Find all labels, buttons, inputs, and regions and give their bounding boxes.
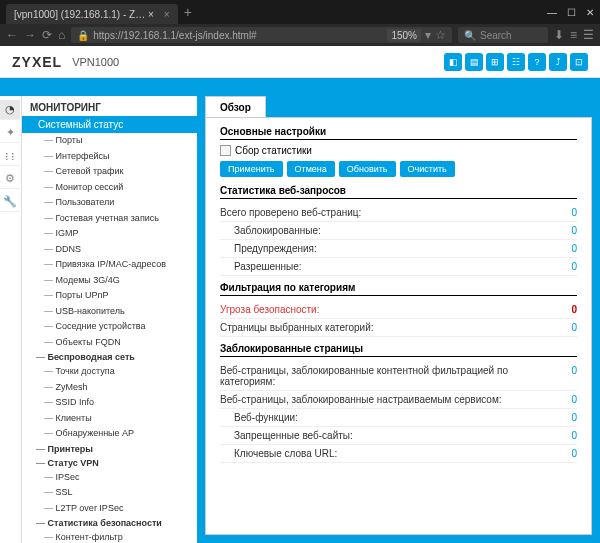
sidebar-item-11[interactable]: USB-накопитель [22,304,197,320]
header-icon-6[interactable]: ⤴ [549,53,567,71]
sidebar-item-6[interactable]: IGMP [22,226,197,242]
sidebar-item-3[interactable]: Монитор сессий [22,180,197,196]
search-input[interactable]: 🔍 Search [458,27,548,43]
stat-label: Разрешенные: [220,261,565,272]
sidebar-item-12[interactable]: Соседние устройства [22,319,197,335]
header-icon-4[interactable]: ☷ [507,53,525,71]
stat-label: Веб-страницы, заблокированные настраивае… [220,394,565,405]
sidebar-group-wireless[interactable]: Беспроводная сеть [22,350,197,364]
stat-row: Веб-страницы, заблокированные контентной… [220,362,577,391]
url-text: https://192.168.1.1/ext-js/index.html# [93,30,256,41]
header-icons: ◧ ▤ ⊞ ☷ ? ⤴ ⊡ [444,53,588,71]
lock-icon: 🔒 [77,30,89,41]
button-отмена[interactable]: Отмена [287,161,335,177]
stat-value: 0 [565,304,577,315]
sidebar-wireless-0[interactable]: Точки доступа [22,364,197,380]
stat-label: Заблокированные: [220,225,565,236]
sidebar-wireless-3[interactable]: Клиенты [22,411,197,427]
header-icon-1[interactable]: ◧ [444,53,462,71]
tool-icon[interactable]: 🔧 [0,192,20,212]
home-icon[interactable]: ⌂ [58,28,65,42]
reload-icon[interactable]: ⟳ [42,28,52,42]
sidebar-item-0[interactable]: Порты [22,133,197,149]
minimize-icon[interactable]: — [547,7,557,18]
menu-icon[interactable]: ☰ [583,28,594,42]
dropdown-icon[interactable]: ▾ [425,28,431,42]
sidebar-group-vpn[interactable]: Статус VPN [22,456,197,470]
stat-row: Веб-функции:0 [220,409,577,427]
stat-label: Угроза безопасности: [220,304,565,315]
header-icon-5[interactable]: ? [528,53,546,71]
stat-value: 0 [565,394,577,405]
gear-icon[interactable]: ⚙ [0,169,20,189]
section-filter-title: Фильтрация по категориям [220,282,577,296]
sidebar-item-13[interactable]: Объекты FQDN [22,335,197,351]
stat-value: 0 [565,365,577,387]
sidebar-group-sec[interactable]: Статистика безопасности [22,516,197,530]
button-применить[interactable]: Применить [220,161,283,177]
stat-row: Ключевые слова URL:0 [220,445,577,463]
stat-label: Страницы выбранных категорий: [220,322,565,333]
dashboard-icon[interactable]: ◔ [0,100,20,120]
sidebar-vpn-2[interactable]: L2TP over IPSec [22,501,197,517]
header-icon-2[interactable]: ▤ [465,53,483,71]
stat-row: Угроза безопасности:0 [220,301,577,319]
sidebar-item-1[interactable]: Интерфейсы [22,149,197,165]
sidebar-vpn-1[interactable]: SSL [22,485,197,501]
app-header: ZYXEL VPN1000 ◧ ▤ ⊞ ☷ ? ⤴ ⊡ [0,46,600,78]
stat-value: 0 [565,448,577,459]
section-webstats-title: Статистика веб-запросов [220,185,577,199]
sidebar-sec-0[interactable]: Контент-фильтр [22,530,197,543]
sidebar-selected[interactable]: Системный статус [22,116,197,133]
sidebar-wireless-2[interactable]: SSID Info [22,395,197,411]
header-icon-3[interactable]: ⊞ [486,53,504,71]
sidebar-item-9[interactable]: Модемы 3G/4G [22,273,197,289]
stat-row: Веб-страницы, заблокированные настраивае… [220,391,577,409]
star-icon[interactable]: ☆ [435,28,446,42]
sidebar-group-printers[interactable]: Принтеры [22,442,197,456]
close-tab-icon[interactable]: × [164,9,170,20]
maximize-icon[interactable]: ☐ [567,7,576,18]
sidebar-item-7[interactable]: DDNS [22,242,197,258]
header-icon-7[interactable]: ⊡ [570,53,588,71]
button-очистить[interactable]: Очистить [400,161,455,177]
checkbox-row: Сбор статистики [220,145,577,156]
stat-label: Предупреждения: [220,243,565,254]
browser-tab[interactable]: [vpn1000] (192.168.1.1) - Z… × × [6,4,178,24]
button-обновить[interactable]: Обновить [339,161,396,177]
stat-row: Страницы выбранных категорий:0 [220,319,577,337]
stat-row: Разрешенные:0 [220,258,577,276]
sidebar-wireless-1[interactable]: ZyMesh [22,380,197,396]
stat-value: 0 [565,207,577,218]
wand-icon[interactable]: ✦ [0,123,20,143]
address-bar[interactable]: 🔒 https://192.168.1.1/ext-js/index.html#… [71,27,452,43]
search-icon: 🔍 [464,30,476,41]
stat-value: 0 [565,243,577,254]
main-area: ◔ ✦ ⫶⫶ ⚙ 🔧 МОНИТОРИНГ Системный статус П… [0,78,600,543]
sidebar-item-4[interactable]: Пользователи [22,195,197,211]
stat-label: Всего проверено веб-страниц: [220,207,565,218]
close-window-icon[interactable]: ✕ [586,7,594,18]
stat-value: 0 [565,430,577,441]
sidebar-vpn-0[interactable]: IPSec [22,470,197,486]
stats-checkbox[interactable] [220,145,231,156]
library-icon[interactable]: ≡ [570,28,577,42]
zoom-badge[interactable]: 150% [387,29,421,42]
sidebar-item-8[interactable]: Привязка IP/MAC-адресов [22,257,197,273]
monitor-icon[interactable]: ⫶⫶ [0,146,20,166]
back-icon[interactable]: ← [6,28,18,42]
sidebar-wireless-4[interactable]: Обнаруженные AP [22,426,197,442]
section-basic-title: Основные настройки [220,126,577,140]
sidebar-item-5[interactable]: Гостевая учетная запись [22,211,197,227]
download-icon[interactable]: ⬇ [554,28,564,42]
tab-overview[interactable]: Обзор [205,96,266,118]
browser-titlebar: [vpn1000] (192.168.1.1) - Z… × × + — ☐ ✕ [0,0,600,24]
stat-row: Предупреждения:0 [220,240,577,258]
forward-icon: → [24,28,36,42]
content-wrap: Обзор Основные настройки Сбор статистики… [197,96,600,543]
new-tab-button[interactable]: + [184,4,192,20]
tab-title: [vpn1000] (192.168.1.1) - Z… × [14,9,154,20]
sidebar-item-2[interactable]: Сетевой трафик [22,164,197,180]
sidebar-item-10[interactable]: Порты UPnP [22,288,197,304]
model-label: VPN1000 [72,56,119,68]
